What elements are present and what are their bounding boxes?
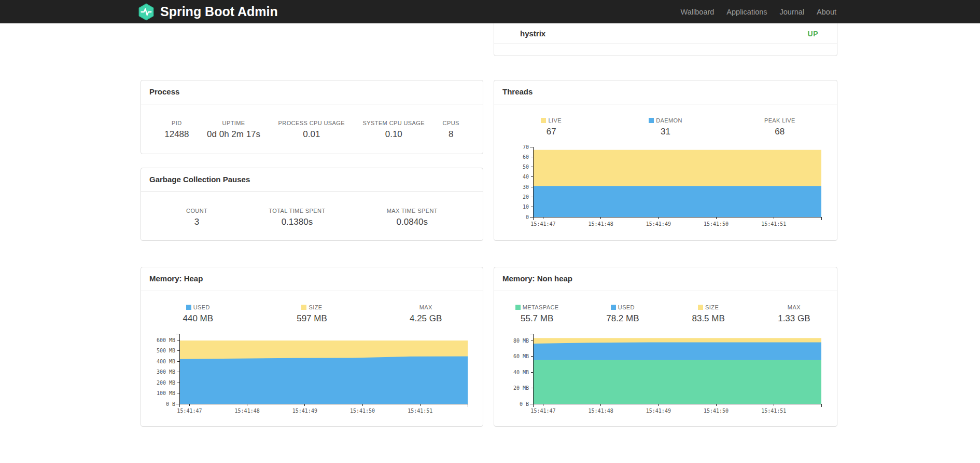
legend-swatch-live: [541, 118, 546, 123]
svg-text:40 MB: 40 MB: [513, 370, 528, 375]
svg-text:15:41:47: 15:41:47: [530, 221, 555, 227]
legend-heap-size: SIZE 597 MB: [255, 304, 369, 324]
legend-metaspace: METASPACE 55.7 MB: [494, 304, 580, 324]
nav-item-applications[interactable]: Applications: [720, 8, 773, 16]
legend-swatch-metaspace: [515, 305, 521, 310]
navbar: Spring Boot Admin Wallboard Applications…: [0, 0, 980, 23]
stat-process-cpu-usage: PROCESS CPU USAGE 0.01: [278, 119, 345, 140]
svg-text:15:41:51: 15:41:51: [761, 408, 786, 414]
svg-text:500 MB: 500 MB: [156, 348, 175, 353]
navbar-container: Spring Boot Admin Wallboard Applications…: [137, 0, 843, 23]
memory-heap-chart: 0 B100 MB200 MB300 MB400 MB500 MB600 MB1…: [153, 330, 471, 420]
svg-text:60: 60: [522, 154, 528, 160]
legend-swatch-nonheap-used: [611, 305, 616, 310]
legend-swatch-daemon: [649, 118, 654, 123]
svg-text:60 MB: 60 MB: [513, 353, 528, 359]
application-name[interactable]: hystrix: [520, 29, 545, 38]
svg-text:30: 30: [522, 184, 528, 190]
legend-nonheap-size: SIZE 83.5 MB: [666, 304, 751, 324]
stat-uptime: UPTIME 0d 0h 2m 17s: [207, 119, 260, 140]
svg-text:0 B: 0 B: [519, 401, 528, 407]
brand-title: Spring Boot Admin: [160, 4, 278, 19]
stat-cpus: CPUS 8: [443, 119, 459, 140]
svg-text:15:41:48: 15:41:48: [588, 408, 613, 414]
svg-text:15:41:49: 15:41:49: [292, 408, 317, 414]
svg-text:15:41:48: 15:41:48: [234, 408, 259, 414]
memory-nonheap-panel-title: Memory: Non heap: [494, 267, 837, 291]
legend-heap-max: MAX 4.25 GB: [369, 304, 483, 324]
legend-heap-used: USED 440 MB: [141, 304, 255, 324]
memory-nonheap-panel: Memory: Non heap METASPACE 55.7 MB USED …: [494, 267, 837, 427]
legend-nonheap-used: USED 78.2 MB: [580, 304, 665, 324]
nav-links: Wallboard Applications Journal About: [675, 8, 843, 16]
svg-text:40: 40: [522, 174, 528, 180]
svg-text:200 MB: 200 MB: [156, 380, 175, 386]
legend-swatch-heap-used: [186, 305, 191, 310]
svg-text:0 B: 0 B: [165, 401, 175, 407]
stat-pid: PID 12488: [164, 119, 189, 140]
svg-text:50: 50: [522, 164, 528, 170]
nav-item-about[interactable]: About: [810, 8, 843, 16]
legend-peak-live: PEAK LIVE 68: [723, 117, 837, 137]
heap-legend: USED 440 MB SIZE 597 MB MAX 4.25 GB: [141, 304, 483, 324]
stat-gc-count: COUNT 3: [186, 207, 207, 227]
threads-chart: 01020304050607015:41:4715:41:4815:41:491…: [507, 143, 824, 234]
svg-text:15:41:50: 15:41:50: [703, 221, 728, 227]
stat-gc-max-time: MAX TIME SPENT 0.0840s: [387, 207, 438, 227]
threads-legend: LIVE 67 DAEMON 31 PEAK LIVE 68: [494, 117, 837, 137]
status-badge: UP: [808, 30, 818, 38]
svg-text:20 MB: 20 MB: [513, 385, 528, 391]
legend-swatch-heap-size: [301, 305, 306, 310]
svg-text:15:41:49: 15:41:49: [646, 408, 670, 414]
svg-text:100 MB: 100 MB: [156, 390, 175, 396]
brand[interactable]: Spring Boot Admin: [137, 3, 278, 21]
svg-text:15:41:50: 15:41:50: [703, 408, 728, 414]
nav-item-journal[interactable]: Journal: [774, 8, 811, 16]
page: Spring Boot Admin Wallboard Applications…: [0, 0, 980, 463]
stat-gc-total-time: TOTAL TIME SPENT 0.1380s: [269, 207, 325, 227]
svg-text:15:41:51: 15:41:51: [761, 221, 786, 227]
threads-panel-title: Threads: [494, 80, 837, 104]
memory-heap-panel: Memory: Heap USED 440 MB SIZE 597 MB: [141, 267, 483, 427]
svg-text:15:41:51: 15:41:51: [408, 408, 432, 414]
svg-text:15:41:47: 15:41:47: [177, 408, 202, 414]
legend-live: LIVE 67: [494, 117, 608, 137]
nav-item-wallboard[interactable]: Wallboard: [675, 8, 721, 16]
stat-system-cpu-usage: SYSTEM CPU USAGE 0.10: [363, 119, 425, 140]
svg-text:80 MB: 80 MB: [513, 338, 528, 344]
svg-text:300 MB: 300 MB: [156, 369, 175, 375]
nonheap-legend: METASPACE 55.7 MB USED 78.2 MB SIZE 83.5…: [494, 304, 837, 324]
svg-text:400 MB: 400 MB: [156, 359, 175, 364]
svg-text:10: 10: [522, 204, 528, 210]
spring-boot-admin-logo-icon: [137, 3, 155, 21]
gc-stats: COUNT 3 TOTAL TIME SPENT 0.1380s MAX TIM…: [141, 192, 483, 242]
gc-panel: Garbage Collection Pauses COUNT 3 TOTAL …: [141, 168, 483, 241]
process-stats: PID 12488 UPTIME 0d 0h 2m 17s PROCESS CP…: [141, 104, 483, 154]
threads-panel: Threads LIVE 67 DAEMON 31 PEAK LIVE: [494, 80, 837, 241]
legend-daemon: DAEMON 31: [608, 117, 722, 137]
memory-heap-panel-title: Memory: Heap: [141, 267, 483, 291]
process-panel: Process PID 12488 UPTIME 0d 0h 2m 17s PR…: [141, 80, 483, 154]
svg-text:0: 0: [525, 214, 528, 220]
svg-text:15:41:48: 15:41:48: [588, 221, 613, 227]
gc-panel-title: Garbage Collection Pauses: [141, 168, 483, 192]
legend-swatch-nonheap-size: [698, 305, 703, 310]
process-panel-title: Process: [141, 80, 483, 104]
svg-text:70: 70: [522, 144, 528, 150]
svg-text:15:41:47: 15:41:47: [530, 408, 555, 414]
svg-text:600 MB: 600 MB: [156, 337, 175, 343]
svg-text:15:41:49: 15:41:49: [646, 221, 670, 227]
legend-nonheap-max: MAX 1.33 GB: [751, 304, 837, 324]
svg-text:15:41:50: 15:41:50: [349, 408, 374, 414]
svg-text:20: 20: [522, 194, 528, 200]
memory-nonheap-chart: 0 B20 MB40 MB60 MB80 MB15:41:4715:41:481…: [507, 330, 824, 420]
